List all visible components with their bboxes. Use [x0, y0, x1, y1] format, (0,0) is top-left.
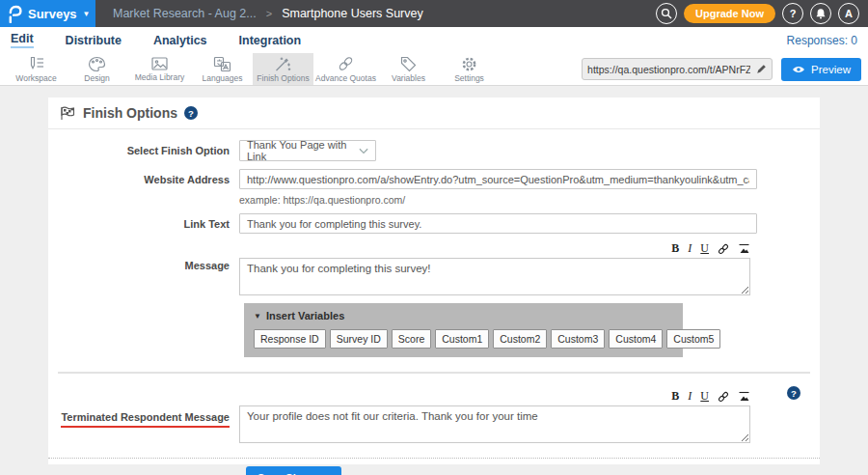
terminated-message-textarea[interactable]: Your profile does not fit our criteria. … [239, 405, 750, 443]
variable-button-custom4[interactable]: Custom4 [609, 329, 663, 349]
breadcrumb: Market Research - Aug 2... > Smartphone … [95, 0, 656, 27]
terminated-message-row: Terminated Respondent Message B I U [48, 403, 820, 447]
toolbar-item-media-library[interactable]: Media Library [127, 53, 192, 85]
finish-options-form: Select Finish Option Thank You Page with… [48, 129, 820, 475]
preview-button[interactable]: Preview [781, 58, 861, 81]
languages-icon [213, 56, 231, 72]
link-icon [718, 391, 729, 403]
insert-variables-toggle[interactable]: ▼ Insert Variables [254, 310, 675, 321]
toolbar-item-workspace[interactable]: Workspace [6, 53, 67, 85]
message-row: Message B I U [48, 241, 820, 299]
breadcrumb-chevron-icon: > [266, 8, 272, 19]
finish-options-wand-icon [274, 56, 292, 72]
edit-toolbar: Workspace Design Media Library Languages [0, 53, 868, 86]
nav-tab-analytics[interactable]: Analytics [153, 34, 207, 47]
nav-tab-edit[interactable]: Edit [11, 32, 34, 48]
upgrade-now-button[interactable]: Upgrade Now [684, 4, 775, 23]
variable-button-custom1[interactable]: Custom1 [435, 329, 489, 349]
website-address-input[interactable] [239, 169, 757, 189]
link-text-label: Link Text [48, 213, 230, 234]
top-header: Surveys ▼ Market Research - Aug 2... > S… [0, 0, 868, 27]
terminated-format-toolbar: B I U [239, 389, 750, 404]
save-changes-button[interactable]: Save Changes [246, 466, 341, 475]
variable-button-score[interactable]: Score [392, 329, 431, 349]
notifications-button[interactable] [810, 3, 831, 24]
bold-button[interactable]: B [671, 389, 679, 404]
nav-tab-distribute[interactable]: Distribute [66, 34, 122, 47]
product-menu-label: Surveys [28, 7, 77, 21]
toolbar-item-design[interactable]: Design [67, 53, 127, 85]
toolbar-item-variables[interactable]: Variables [378, 53, 439, 85]
terminated-section-help-icon[interactable]: ? [787, 386, 800, 400]
survey-nav: Edit Distribute Analytics Integration Re… [0, 27, 868, 53]
italic-button[interactable]: I [688, 241, 692, 256]
eye-icon [792, 65, 805, 74]
select-finish-option-row: Select Finish Option Thank You Page with… [48, 140, 820, 161]
toolbar-right: https://qa.questionpro.com/t/APNrFZgQ Pr… [582, 53, 868, 85]
message-label: Message [48, 241, 230, 299]
save-row: Save Changes [48, 459, 820, 475]
survey-url-box[interactable]: https://qa.questionpro.com/t/APNrFZgQ [582, 58, 773, 80]
help-button[interactable]: ? [782, 3, 803, 24]
variable-button-custom2[interactable]: Custom2 [493, 329, 547, 349]
preview-button-label: Preview [811, 64, 851, 75]
variable-button-custom5[interactable]: Custom5 [666, 329, 720, 349]
insert-link-button[interactable] [718, 243, 729, 255]
italic-button[interactable]: I [688, 389, 692, 404]
toolbar-item-languages[interactable]: Languages [192, 53, 253, 85]
finish-option-selected-value: Thank You Page with Link [247, 139, 359, 162]
toolbar-label: Settings [454, 73, 484, 83]
insert-image-button[interactable] [738, 243, 750, 254]
select-finish-option-label: Select Finish Option [48, 140, 230, 161]
terminated-message-label: Terminated Respondent Message [61, 411, 230, 428]
bold-button[interactable]: B [671, 241, 679, 256]
workspace-icon [27, 56, 46, 72]
image-upload-icon [738, 243, 750, 254]
insert-variables-panel: ▼ Insert Variables Response ID Survey ID… [244, 303, 683, 357]
media-library-icon [150, 56, 169, 71]
underline-button[interactable]: U [700, 389, 709, 404]
insert-link-button[interactable] [718, 391, 729, 403]
link-text-input[interactable] [239, 213, 757, 234]
questionpro-logo-icon [8, 5, 22, 23]
finish-options-card: Finish Options ? Select Finish Option Th… [48, 98, 820, 464]
card-header: Finish Options ? [48, 98, 820, 129]
finish-options-help-icon[interactable]: ? [184, 106, 198, 120]
bell-icon [815, 8, 827, 19]
responses-count[interactable]: Responses: 0 [787, 34, 857, 47]
header-actions: Upgrade Now ? A [656, 0, 868, 27]
insert-image-button[interactable] [738, 391, 750, 402]
variable-button-response-id[interactable]: Response ID [254, 329, 326, 349]
website-address-label: Website Address [48, 169, 230, 206]
design-palette-icon [88, 56, 106, 72]
finish-option-select[interactable]: Thank You Page with Link [239, 140, 376, 161]
page-body: Finish Options ? Select Finish Option Th… [0, 86, 868, 464]
edit-url-button[interactable] [750, 59, 772, 79]
search-button[interactable] [656, 3, 677, 24]
page-title: Finish Options [83, 105, 177, 121]
link-text-row: Link Text [48, 213, 820, 234]
toolbar-item-settings[interactable]: Settings [439, 53, 500, 85]
toolbar-item-advance-quotas[interactable]: Advance Quotas [313, 53, 378, 85]
toolbar-item-finish-options[interactable]: Finish Options [253, 53, 313, 85]
chevron-down-icon: ▼ [254, 312, 261, 321]
toolbar-label: Languages [202, 73, 242, 83]
nav-tab-integration[interactable]: Integration [239, 34, 302, 47]
search-icon [661, 8, 672, 19]
message-textarea[interactable]: Thank you for completing this survey! [239, 258, 750, 295]
settings-gear-icon [460, 56, 478, 72]
product-menu[interactable]: Surveys ▼ [0, 0, 95, 27]
underline-button[interactable]: U [700, 241, 709, 256]
image-upload-icon [738, 391, 750, 402]
website-address-row: Website Address example: https://qa.ques… [48, 169, 820, 206]
survey-url: https://qa.questionpro.com/t/APNrFZgQ [583, 64, 750, 75]
advance-quotas-links-icon [337, 56, 355, 72]
variable-button-custom3[interactable]: Custom3 [551, 329, 605, 349]
breadcrumb-folder[interactable]: Market Research - Aug 2... [113, 7, 257, 20]
avatar[interactable]: A [838, 3, 859, 24]
toolbar-label: Design [84, 73, 109, 83]
insert-variables-buttons: Response ID Survey ID Score Custom1 Cust… [254, 329, 675, 349]
variable-button-survey-id[interactable]: Survey ID [330, 329, 388, 349]
link-icon [718, 243, 729, 255]
toolbar-label: Variables [392, 73, 425, 83]
